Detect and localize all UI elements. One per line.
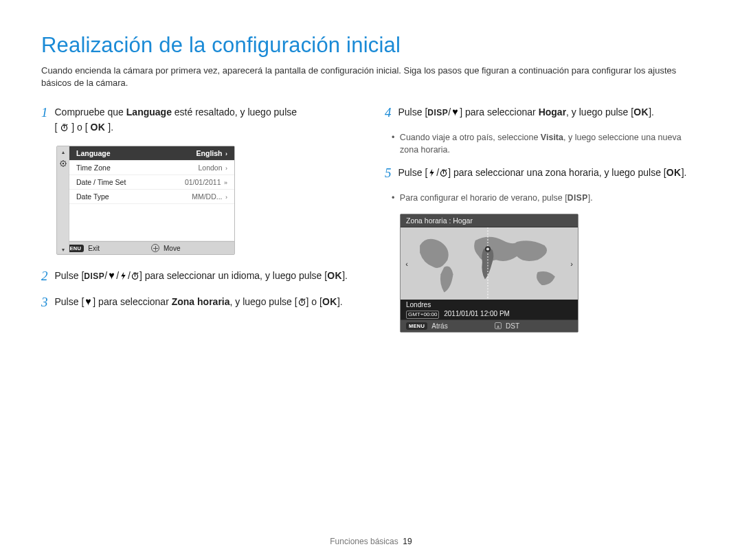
bold-hogar: Hogar xyxy=(539,107,566,117)
text: ]. xyxy=(108,122,113,133)
camera-settings-screenshot: ▴ ▾ Language English › Time Zone London … xyxy=(56,146,235,255)
row-label: Date Type xyxy=(76,192,109,201)
timer-icon xyxy=(131,270,139,279)
text: ]. xyxy=(649,107,654,117)
page-title: Realización de la configuración inicial xyxy=(41,33,701,58)
step-5: 5 Pulse [/] para seleccionar una zona ho… xyxy=(385,166,701,181)
svg-point-9 xyxy=(486,248,489,251)
macro-icon xyxy=(451,107,460,115)
settings-row-timezone: Time Zone London › xyxy=(69,161,234,175)
text: , y luego pulse [ xyxy=(566,107,633,117)
text: ] para seleccionar xyxy=(93,296,171,307)
camera-timezone-screenshot: Zona horaria : Hogar ‹ xyxy=(400,214,578,333)
step-number: 3 xyxy=(41,295,48,310)
gear-icon xyxy=(59,159,67,168)
ok-key: OK xyxy=(633,107,649,117)
timer-icon xyxy=(60,122,69,131)
settings-row-datetype: Date Type MM/DD... › xyxy=(69,190,234,204)
map-footer-dst-label: DST xyxy=(506,322,519,330)
macro-icon xyxy=(107,270,116,279)
text: , y luego pulse [ xyxy=(230,296,297,307)
disp-key: DISP xyxy=(567,194,588,202)
flash-icon xyxy=(427,167,436,176)
chevron-down-icon: ▾ xyxy=(62,247,65,253)
map-footer-back: MENU Atrás xyxy=(401,320,489,332)
step-5-note: Para configurar el horario de verano, pu… xyxy=(400,192,701,204)
map-prev-arrow: ‹ xyxy=(401,260,413,268)
step-2: 2 Pulse [DISP///] para seleccionar un id… xyxy=(41,269,357,284)
map-next-arrow: › xyxy=(565,260,578,268)
page-footer: Funciones básicas 19 xyxy=(0,537,742,546)
left-column: 1 Compruebe que Language esté resaltado,… xyxy=(41,105,357,345)
footer-exit: MENU Exit xyxy=(57,242,146,254)
text: ] o [ xyxy=(306,296,322,307)
footer-exit-label: Exit xyxy=(88,245,100,252)
text: Para configurar el horario de verano, pu… xyxy=(400,193,567,203)
disp-key: DISP xyxy=(84,272,104,280)
map-datetime: 2011/01/01 12:00 PM xyxy=(444,310,510,317)
dpad-icon xyxy=(151,244,159,252)
text: ] para seleccionar una zona horaria, y l… xyxy=(448,167,666,178)
page-number: 19 xyxy=(403,537,412,546)
text: ] para seleccionar un idioma, y luego pu… xyxy=(139,270,327,281)
text: Pulse [ xyxy=(398,107,428,117)
footer-section-label: Funciones básicas xyxy=(330,537,398,546)
map-title: Zona horaria : Hogar xyxy=(401,214,578,227)
map-city: Londres xyxy=(406,301,572,310)
chevron-right-icon: › xyxy=(224,165,228,172)
step-1: 1 Compruebe que Language esté resaltado,… xyxy=(41,105,357,135)
intro-text: Cuando encienda la cámara por primera ve… xyxy=(41,65,701,89)
row-value: London xyxy=(198,164,222,172)
step-number: 4 xyxy=(385,105,392,120)
map-footer-dst: DST xyxy=(489,320,578,332)
map-gmt-tag: GMT+00:00 xyxy=(406,311,439,319)
text: Pulse [ xyxy=(55,270,85,281)
svg-point-2 xyxy=(62,163,63,164)
flash-icon xyxy=(119,270,128,279)
footer-move: Move xyxy=(146,242,234,254)
map-meta: Londres GMT+00:00 2011/01/01 12:00 PM xyxy=(401,300,578,320)
step-3: 3 Pulse [] para seleccionar Zona horaria… xyxy=(41,295,357,310)
ok-key: OK xyxy=(666,167,682,178)
macro-icon xyxy=(84,296,93,305)
screenshot-sidebar: ▴ ▾ xyxy=(57,146,69,253)
timer-icon xyxy=(297,296,306,305)
text: Cuando viaje a otro país, seleccione xyxy=(400,133,541,142)
text: ] para seleccionar xyxy=(460,107,538,117)
text: ]. xyxy=(682,167,687,178)
text: Compruebe que xyxy=(55,107,126,117)
row-value: 01/01/2011 xyxy=(185,178,221,186)
text: [ xyxy=(55,122,58,133)
step-number: 1 xyxy=(41,105,48,135)
text: Pulse [ xyxy=(398,167,428,178)
text: esté resaltado, y luego pulse xyxy=(172,107,297,117)
row-label: Date / Time Set xyxy=(76,178,126,186)
step-4: 4 Pulse [DISP/] para seleccionar Hogar, … xyxy=(385,105,701,120)
ok-key: OK xyxy=(327,270,342,281)
map-footer-back-label: Atrás xyxy=(431,322,447,330)
row-label: Time Zone xyxy=(76,164,111,172)
disp-key: DISP xyxy=(427,109,448,117)
text: Pulse [ xyxy=(55,296,85,307)
step-number: 2 xyxy=(41,269,48,284)
footer-move-label: Move xyxy=(164,245,180,252)
bold-visita: Visita xyxy=(541,133,563,142)
text: ] o [ xyxy=(71,122,87,133)
settings-row-language: Language English › xyxy=(69,146,234,161)
bold-zonahoraria: Zona horaria xyxy=(172,296,230,307)
bold-language: Language xyxy=(126,107,172,117)
text: ]. xyxy=(588,193,593,203)
chevron-right-icon: › xyxy=(224,194,228,201)
ok-key: OK xyxy=(90,122,105,133)
text: ]. xyxy=(342,270,348,281)
arrow-up-icon xyxy=(495,322,502,329)
row-value: MM/DD... xyxy=(192,192,222,201)
menu-pill-icon: MENU xyxy=(406,322,427,330)
ok-key: OK xyxy=(322,296,337,307)
settings-row-datetime: Date / Time Set 01/01/2011 » xyxy=(69,175,234,190)
step-number: 5 xyxy=(385,166,392,181)
world-map-icon xyxy=(413,227,565,300)
right-column: 4 Pulse [DISP/] para seleccionar Hogar, … xyxy=(385,105,701,345)
row-label: Language xyxy=(76,149,111,157)
row-value: English xyxy=(196,149,223,157)
